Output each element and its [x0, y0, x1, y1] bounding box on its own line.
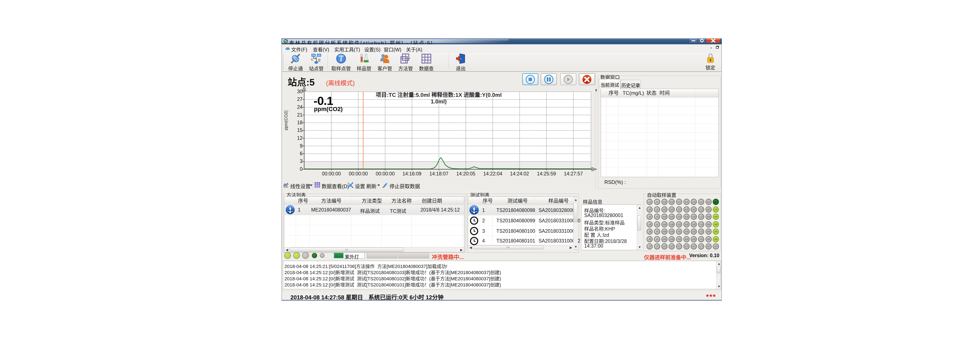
svg-text:i: i	[340, 55, 342, 63]
